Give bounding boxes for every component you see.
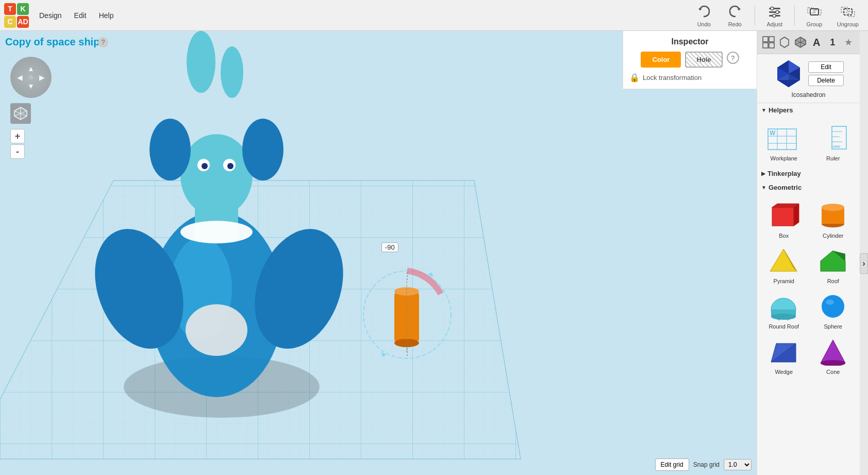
svg-point-80 <box>822 204 844 211</box>
snap-grid-select[interactable]: 1.0 0.5 0.25 2.0 <box>724 459 752 470</box>
panel-icon-hex[interactable] <box>776 34 792 51</box>
view-cube[interactable] <box>10 103 31 124</box>
roof-icon <box>815 245 851 276</box>
nav-down[interactable]: ▼ <box>27 83 35 90</box>
ungroup-button[interactable]: Ungroup <box>832 2 864 29</box>
ruler-label: Ruler <box>826 155 840 161</box>
pyramid-icon <box>766 245 802 276</box>
rotation-gizmo[interactable]: -90 <box>350 253 464 368</box>
delete-shape-button[interactable]: Delete <box>808 75 844 86</box>
redo-button[interactable]: Redo <box>722 2 748 29</box>
svg-text:W: W <box>770 129 776 137</box>
shape-sphere[interactable]: Sphere <box>810 288 857 332</box>
wedge-icon <box>766 336 802 367</box>
menu-help[interactable]: Help <box>93 7 120 24</box>
tinkerplay-label: Tinkerplay <box>767 170 801 177</box>
logo[interactable]: T K C AD <box>4 3 29 28</box>
shape-roof[interactable]: Roof <box>810 243 857 286</box>
sphere-icon <box>815 290 851 321</box>
menu-design[interactable]: Design <box>33 7 68 24</box>
svg-rect-46 <box>763 37 768 42</box>
workplane-icon: W <box>766 122 802 153</box>
collapse-icon: › <box>862 259 865 268</box>
geometric-label: Geometric <box>769 184 802 191</box>
workplane-label: Workplane <box>771 155 797 161</box>
shape-round-roof[interactable]: Round Roof <box>760 288 808 332</box>
main-layout: Copy of space ship ? ▲ ◀ ⌂ ▶ ▼ <box>0 31 868 475</box>
menu-edit[interactable]: Edit <box>68 7 93 24</box>
angle-label: -90 <box>381 242 398 252</box>
shape-box[interactable]: Box <box>760 198 808 241</box>
nav-up[interactable]: ▲ <box>27 65 35 72</box>
svg-point-4 <box>776 10 779 13</box>
rotation-ring <box>350 253 464 366</box>
tinkerplay-arrow: ▶ <box>761 171 765 176</box>
svg-text:mm: mm <box>833 144 841 149</box>
collapse-panel-button[interactable]: › <box>860 253 868 274</box>
logo-ker: K <box>17 3 29 15</box>
shape-pyramid[interactable]: Pyramid <box>760 243 808 286</box>
cone-icon <box>815 336 851 367</box>
undo-icon <box>696 4 712 20</box>
logo-tin: T <box>4 3 16 15</box>
inspector-help[interactable]: ? <box>727 52 739 64</box>
geometric-section-header[interactable]: ▼ Geometric <box>757 181 860 194</box>
panel-icon-grid[interactable] <box>760 34 776 51</box>
color-button[interactable]: Color <box>641 52 681 68</box>
shape-workplane[interactable]: W Workplane <box>760 120 808 163</box>
toolbar-right: Undo Redo Adjust Group Ungroup <box>691 2 864 29</box>
cylinder-icon <box>815 200 851 231</box>
panel-icon-text[interactable]: A <box>809 34 825 51</box>
logo-dot: C <box>4 16 16 28</box>
redo-label: Redo <box>728 21 742 27</box>
icosahedron-icon <box>773 58 804 89</box>
zoom-out-button[interactable]: - <box>10 144 25 159</box>
edit-shape-button[interactable]: Edit <box>808 61 844 73</box>
lock-row: 🔒 Lock transformation <box>629 73 750 83</box>
svg-rect-47 <box>769 37 774 42</box>
svg-marker-41 <box>381 352 387 357</box>
svg-rect-48 <box>763 43 768 48</box>
shape-wedge[interactable]: Wedge <box>760 334 808 377</box>
project-title: Copy of space ship <box>5 36 99 48</box>
svg-marker-77 <box>794 204 799 226</box>
sep1 <box>755 5 755 26</box>
hole-button[interactable]: Hole <box>685 52 722 68</box>
group-icon <box>806 4 823 20</box>
edit-grid-button[interactable]: Edit grid <box>655 458 689 471</box>
panel-icon-star[interactable]: ★ <box>841 34 857 51</box>
cylinder-label: Cylinder <box>823 233 843 239</box>
panel-icon-box3d[interactable] <box>792 34 808 51</box>
undo-label: Undo <box>697 21 711 27</box>
inspector-buttons: Color Hole ? <box>629 52 750 68</box>
svg-rect-8 <box>810 9 819 15</box>
svg-point-91 <box>826 300 834 305</box>
pyramid-label: Pyramid <box>774 278 794 284</box>
geometric-grid: Box Cylinder <box>757 194 860 380</box>
shape-ruler[interactable]: mm Ruler <box>810 120 857 163</box>
helpers-section-header[interactable]: ▼ Helpers <box>757 103 860 117</box>
shape-cone[interactable]: Cone <box>810 334 857 377</box>
nav-left[interactable]: ◀ <box>17 73 23 81</box>
adjust-button[interactable]: Adjust <box>761 2 788 29</box>
tinkerplay-section-header[interactable]: ▶ Tinkerplay <box>757 167 860 181</box>
inspector-title: Inspector <box>629 37 750 46</box>
roof-label: Roof <box>827 278 839 284</box>
round-roof-label: Round Roof <box>769 323 799 330</box>
help-button[interactable]: ? <box>98 37 108 47</box>
nav-controls: ▲ ◀ ⌂ ▶ ▼ + - <box>10 57 52 159</box>
nav-disc[interactable]: ▲ ◀ ⌂ ▶ ▼ <box>10 57 52 98</box>
helpers-grid: W Workplane mm Ruler <box>757 117 860 167</box>
zoom-in-button[interactable]: + <box>10 129 25 143</box>
svg-rect-49 <box>769 43 774 48</box>
ruler-icon: mm <box>815 122 851 153</box>
group-button[interactable]: Group <box>801 2 828 29</box>
svg-marker-81 <box>770 249 797 271</box>
panel-top-icons: A 1 ★ <box>757 31 860 54</box>
undo-button[interactable]: Undo <box>691 2 717 29</box>
nav-home[interactable]: ⌂ <box>29 73 32 81</box>
shape-cylinder[interactable]: Cylinder <box>810 198 857 241</box>
viewport[interactable]: Copy of space ship ? ▲ ◀ ⌂ ▶ ▼ <box>0 31 757 475</box>
nav-right[interactable]: ▶ <box>39 73 45 81</box>
panel-icon-number[interactable]: 1 <box>825 34 841 51</box>
